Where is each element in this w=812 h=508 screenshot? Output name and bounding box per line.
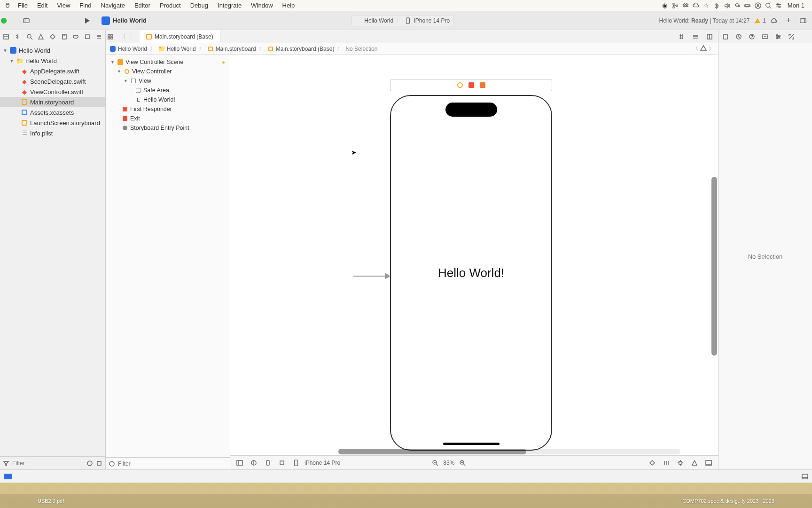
nav-debug-icon[interactable] (71, 33, 80, 40)
nav-source-icon[interactable] (14, 33, 23, 40)
outline-viewcontroller[interactable]: ▼View Controller (106, 67, 230, 76)
menu-find[interactable]: Find (75, 2, 96, 9)
nav-file-infoplist[interactable]: ☰Info.plist (0, 128, 105, 138)
insp-attributes-icon[interactable] (773, 33, 783, 40)
add-button[interactable]: + (782, 16, 795, 25)
status-user-icon[interactable] (753, 2, 763, 9)
status-volume-icon[interactable] (722, 2, 732, 9)
recent-icon[interactable] (86, 460, 93, 467)
toggle-debug-icon[interactable] (802, 473, 808, 480)
toggle-outline-icon[interactable] (234, 460, 245, 466)
add-editor-icon[interactable] (704, 33, 715, 40)
nav-project-root[interactable]: ▼ Hello World (0, 45, 105, 56)
device-icon[interactable] (290, 460, 302, 466)
status-refresh-icon[interactable] (732, 2, 742, 9)
outline-scene[interactable]: ▼View Controller Scene● (106, 57, 230, 67)
insp-identity-icon[interactable] (760, 33, 770, 40)
scenedock-vc-icon[interactable] (457, 82, 463, 88)
zoom-level[interactable]: 83% (443, 460, 454, 466)
scheme-selector[interactable]: Hello World 〉 iPhone 14 Pro (351, 15, 454, 26)
outline-tree[interactable]: ▼View Controller Scene● ▼View Controller… (106, 55, 230, 457)
cloud-status-icon[interactable] (771, 17, 777, 24)
insp-file-icon[interactable] (720, 33, 731, 40)
jumpbar-forward-icon[interactable]: 〉 (709, 45, 714, 53)
status-controlcenter-icon[interactable] (773, 2, 784, 9)
outline-exit[interactable]: Exit (106, 114, 230, 123)
menu-editor[interactable]: Editor (130, 2, 155, 9)
menu-help[interactable]: Help (278, 2, 300, 9)
toggle-minimap-icon[interactable] (676, 33, 687, 40)
outline-filter-input[interactable] (118, 460, 227, 467)
outline-entrypoint[interactable]: Storyboard Entry Point (106, 123, 230, 133)
apple-menu-icon[interactable] (4, 2, 11, 9)
navigator-filter-input[interactable] (12, 460, 84, 467)
jumpbar-back-icon[interactable]: 〈 (693, 45, 698, 53)
menu-debug[interactable]: Debug (186, 2, 213, 9)
nav-file-mainstoryboard[interactable]: Main.storyboard (0, 97, 105, 107)
nav-test-icon[interactable] (60, 33, 69, 40)
pin-icon[interactable] (675, 460, 686, 466)
crumb-project[interactable]: Hello World (118, 46, 147, 52)
tab-related-icon[interactable] (106, 33, 115, 40)
tab-main-storyboard[interactable]: Main.storyboard (Base) (140, 30, 220, 43)
crumb-group[interactable]: Hello World (167, 46, 196, 52)
nav-symbol-icon[interactable] (25, 33, 34, 40)
outline-view[interactable]: ▼View (106, 76, 230, 86)
nav-file-appdelegate[interactable]: ◆AppDelegate.swift (0, 66, 105, 76)
nav-breakpoint-icon[interactable] (83, 33, 92, 40)
outline-label[interactable]: LHello World! (106, 95, 230, 104)
status-bluetooth-icon[interactable] (711, 2, 722, 9)
menu-window[interactable]: Window (246, 2, 277, 9)
window-zoom-button[interactable] (1, 18, 7, 24)
nav-file-viewcontroller[interactable]: ◆ViewController.swift (0, 87, 105, 97)
status-dropbox-icon[interactable] (680, 2, 691, 9)
outline-safearea[interactable]: Safe Area (106, 86, 230, 95)
nav-project-icon[interactable] (2, 33, 11, 40)
nav-forward-button[interactable]: 〉 (127, 32, 137, 41)
crumb-storyboard[interactable]: Main.storyboard (216, 46, 256, 52)
debug-scope-icon[interactable] (4, 474, 12, 479)
warnings-badge[interactable]: 1 (754, 17, 766, 24)
toggle-left-sidebar-button[interactable] (17, 17, 36, 24)
window-traffic-lights[interactable] (0, 18, 17, 24)
scm-icon[interactable] (96, 460, 102, 467)
zoom-out-button[interactable] (432, 460, 438, 466)
menu-navigate[interactable]: Navigate (96, 2, 130, 9)
nav-group[interactable]: ▼ 📁 Hello World (0, 56, 105, 66)
insp-help-icon[interactable] (747, 33, 757, 40)
nav-back-button[interactable]: 〈 (118, 32, 127, 41)
crumb-storyboard-base[interactable]: Main.storyboard (Base) (276, 46, 335, 52)
nav-find-icon[interactable] (37, 33, 46, 40)
menubar-clock[interactable]: Mon 1 (784, 2, 808, 9)
nav-file-assets[interactable]: Assets.xcassets (0, 107, 105, 118)
status-cloud-icon[interactable] (691, 2, 701, 9)
library-button[interactable] (800, 17, 806, 24)
uilabel-hello[interactable]: Hello World! (391, 266, 551, 280)
scenedock-fr-icon[interactable] (468, 82, 474, 88)
orientation-icon[interactable] (262, 460, 273, 466)
canvas-layout-icon[interactable] (703, 460, 714, 466)
dock-item-left[interactable]: USB2.0.pdf (38, 498, 64, 504)
scenedock-exit-icon[interactable] (480, 82, 485, 88)
status-battery-icon[interactable] (742, 2, 753, 9)
menu-file[interactable]: File (13, 2, 32, 9)
jump-bar[interactable]: Hello World 〉 📁 Hello World 〉 Main.story… (106, 43, 718, 55)
appearance-icon[interactable] (248, 460, 259, 466)
horizontal-scrollbar[interactable] (338, 449, 680, 454)
jumpbar-warning-icon[interactable] (700, 45, 707, 51)
canvas-device-label[interactable]: iPhone 14 Pro (304, 460, 340, 466)
menu-integrate[interactable]: Integrate (213, 2, 246, 9)
status-star-icon[interactable]: ☆ (701, 2, 711, 9)
status-search-icon[interactable] (763, 2, 773, 9)
entry-point-arrow[interactable] (353, 276, 390, 277)
device-frame[interactable]: Hello World! (390, 95, 552, 451)
constraints-icon[interactable] (276, 460, 288, 466)
menu-product[interactable]: Product (155, 2, 186, 9)
insp-history-icon[interactable] (734, 33, 744, 40)
status-record-icon[interactable]: ◉ (660, 2, 670, 9)
dock-item-right2[interactable]: 2023 (763, 498, 774, 504)
nav-file-scenedelegate[interactable]: ◆SceneDelegate.swift (0, 76, 105, 87)
run-button[interactable] (78, 17, 97, 24)
navigator-tree[interactable]: ▼ Hello World ▼ 📁 Hello World ◆AppDelega… (0, 43, 105, 456)
nav-issue-icon[interactable] (48, 33, 57, 40)
